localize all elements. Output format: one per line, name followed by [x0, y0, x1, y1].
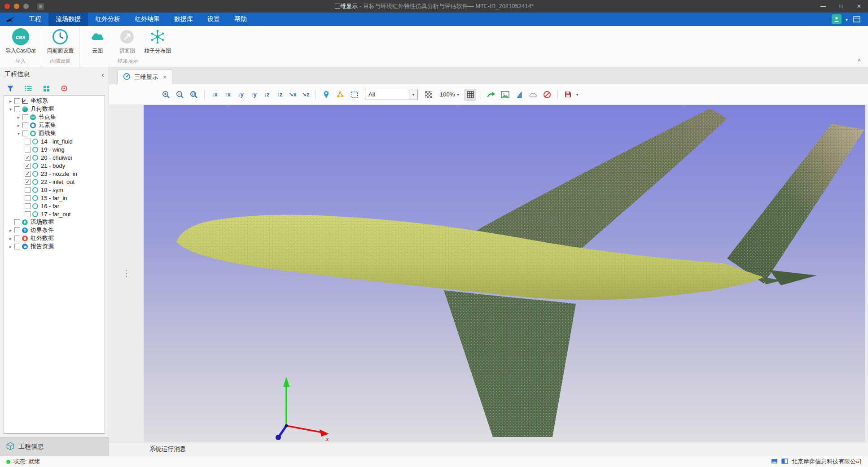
project-info-bottom-tab[interactable]: 工程信息 [0, 437, 109, 456]
tree-item-geometry-data[interactable]: ▾几何数据 [4, 105, 105, 113]
checkbox[interactable] [25, 147, 31, 153]
zoom-out-icon[interactable] [174, 89, 186, 100]
expand-arrow-icon[interactable]: ▸ [8, 244, 13, 249]
tree-item-element-set[interactable]: ▸元素集 [4, 121, 105, 129]
view-x-neg-button[interactable]: ↓x [209, 89, 220, 100]
user-icon[interactable] [832, 14, 842, 24]
tree-item-surface[interactable]: ✓20 - chuiwei [4, 153, 105, 161]
system-message-bar[interactable]: 系统运行消息 [109, 442, 868, 456]
expand-arrow-icon[interactable]: ▸ [8, 99, 13, 104]
expand-arrow-icon[interactable]: ▸ [16, 115, 22, 120]
expand-arrow-icon[interactable]: ▸ [8, 228, 13, 233]
cloud-icon[interactable] [527, 89, 539, 100]
texture-icon[interactable] [423, 89, 434, 100]
view-iso-x-button[interactable]: ↘x [287, 89, 298, 100]
grid-toggle-icon[interactable] [465, 89, 476, 100]
tree-item-infrared-data[interactable]: ▸红外数据 [4, 234, 105, 242]
checkbox[interactable] [14, 106, 20, 112]
window-layout-icon[interactable] [852, 14, 862, 24]
checkbox[interactable] [14, 236, 20, 241]
checkbox[interactable] [25, 139, 31, 144]
menu-item-settings[interactable]: 设置 [200, 13, 227, 26]
chevron-down-icon[interactable]: ▾ [846, 17, 848, 22]
tree-item-surface[interactable]: 15 - far_in [4, 194, 105, 202]
mirror-icon[interactable] [513, 89, 525, 100]
stop-dot-icon[interactable] [23, 4, 29, 9]
target-icon[interactable] [59, 83, 69, 93]
panel-collapse-icon[interactable]: ‹ [101, 71, 104, 79]
list-view-icon[interactable] [23, 83, 33, 93]
menu-item-project[interactable]: 工程 [22, 13, 48, 26]
menu-item-infrared-analysis[interactable]: 红外分析 [88, 13, 127, 26]
checkbox[interactable] [22, 131, 28, 136]
chevron-down-icon[interactable]: ▾ [409, 89, 417, 100]
checkbox[interactable] [14, 244, 20, 249]
expand-arrow-icon[interactable]: ▾ [8, 107, 13, 112]
statusbar-panel-icon[interactable] [771, 458, 778, 466]
tab-3d-display[interactable]: 三维显示 × [117, 70, 172, 84]
panel-splitter[interactable] [109, 105, 144, 442]
tree-item-flow-data[interactable]: 流场数据 [4, 218, 105, 226]
tree-item-report-resources[interactable]: ▸报告资源 [4, 242, 105, 250]
menu-item-infrared-results[interactable]: 红外结果 [127, 13, 167, 26]
opacity-percent-dropdown[interactable]: 100% ▾ [437, 89, 462, 100]
expand-arrow-icon[interactable]: ▸ [8, 236, 13, 241]
tree-item-node-set[interactable]: ▸节点集 [4, 113, 105, 121]
tree-item-surface[interactable]: ✓21 - body [4, 161, 105, 170]
checkbox[interactable] [22, 114, 28, 120]
close-button[interactable]: ✕ [850, 0, 868, 13]
view-y-pos-button[interactable]: ↑y [248, 89, 259, 100]
filter-icon[interactable] [5, 83, 15, 93]
minimize-button[interactable]: — [814, 0, 832, 13]
view-y-neg-button[interactable]: ↓y [235, 89, 246, 100]
tree-item-surface[interactable]: 19 - wing [4, 145, 105, 153]
tree-item-surface[interactable]: ✓23 - nozzle_in [4, 170, 105, 178]
menu-item-flow-data[interactable]: 流场数据 [48, 13, 88, 26]
menu-item-help[interactable]: 帮助 [227, 13, 254, 26]
tree-item-surface[interactable]: 16 - far [4, 202, 105, 210]
particles-icon[interactable] [334, 89, 346, 100]
expand-arrow-icon[interactable]: ▸ [16, 123, 22, 128]
view-z-pos-button[interactable]: ↑z [274, 89, 285, 100]
view-iso-z-button[interactable]: ↘z [300, 89, 311, 100]
grid-view-icon[interactable] [41, 83, 51, 93]
pause-dot-icon[interactable] [14, 4, 19, 9]
locate-pin-icon[interactable] [320, 89, 332, 100]
tree-item-face-set[interactable]: ▾面线集 [4, 129, 105, 137]
checkbox[interactable] [25, 203, 31, 209]
checkbox[interactable]: ✓ [25, 155, 31, 161]
tree-item-coordinate-system[interactable]: ▸坐标系 [4, 97, 105, 105]
maximize-button[interactable]: □ [832, 0, 850, 13]
checkbox[interactable] [25, 211, 31, 217]
tree-item-surface[interactable]: ✓22 - inlet_out [4, 178, 105, 186]
tree-item-surface[interactable]: 17 - far_out [4, 210, 105, 218]
checkbox[interactable]: ✓ [25, 179, 31, 185]
checkbox[interactable] [25, 187, 31, 193]
tree-item-boundary-conditions[interactable]: ▸边界条件 [4, 226, 105, 234]
snapshot-icon[interactable] [500, 89, 511, 100]
clear-icon[interactable] [541, 89, 553, 100]
chevron-down-icon[interactable]: ▾ [576, 92, 579, 97]
import-cas-dat-button[interactable]: cas 导入Cas/Dat [5, 28, 35, 55]
checkbox[interactable] [22, 122, 28, 128]
tab-close-icon[interactable]: × [163, 74, 167, 81]
zoom-in-icon[interactable] [160, 89, 172, 100]
checkbox[interactable]: ✓ [25, 171, 31, 177]
particle-distribution-button[interactable]: 粒子分布图 [144, 28, 171, 55]
expand-arrow-icon[interactable]: ▾ [16, 131, 22, 136]
ribbon-collapse-icon[interactable]: ^ [858, 58, 861, 64]
checkbox[interactable] [14, 227, 20, 233]
periodic-face-settings-button[interactable]: 周期面设置 [47, 28, 74, 55]
view-z-neg-button[interactable]: ↓z [261, 89, 272, 100]
display-filter-select[interactable]: All ▾ [365, 89, 418, 100]
checkbox[interactable] [14, 98, 20, 104]
box-select-icon[interactable] [348, 89, 360, 100]
checkbox[interactable]: ✓ [25, 163, 31, 169]
record-dot-icon[interactable] [4, 4, 10, 9]
tree-item-surface[interactable]: 14 - int_fluid [4, 137, 105, 145]
save-icon[interactable] [562, 89, 574, 100]
run-arrow-icon[interactable] [486, 89, 497, 100]
checkbox[interactable] [14, 219, 20, 225]
statusbar-split-icon[interactable] [781, 458, 788, 466]
viewport-3d[interactable]: x [144, 105, 865, 442]
